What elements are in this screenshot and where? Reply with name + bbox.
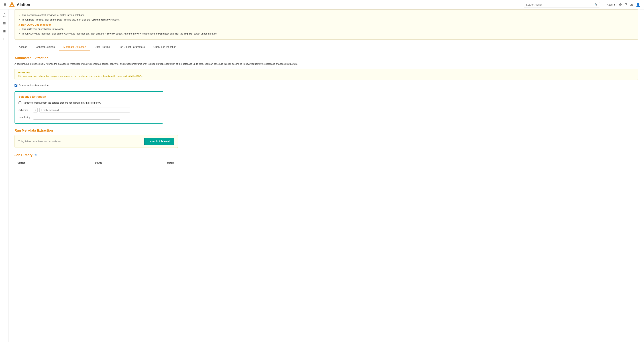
settings-icon[interactable]: ⚙: [619, 3, 622, 7]
step3-tail: button under the table.: [194, 32, 217, 35]
step3-desc: This pulls your query history into Alati…: [22, 27, 634, 31]
selective-extraction-box: Selective Extraction Remove schemas from…: [14, 91, 163, 124]
apps-label: Apps: [607, 3, 612, 6]
automated-extraction-description: A background job periodically fetches th…: [14, 62, 638, 66]
remove-schemas-label: Remove schemas from the catalog that are…: [23, 101, 101, 105]
excluding-row: ...excluding: [18, 115, 159, 120]
excluding-label: ...excluding: [18, 116, 31, 118]
tab-access[interactable]: Access: [14, 43, 32, 51]
logo-text: Alation: [17, 2, 30, 7]
top-navigation: ☰ Alation 🔍 ⋮ Apps ▼ ⚙ ? ✉ 👤: [0, 0, 644, 10]
job-history-label: Job History: [14, 153, 32, 157]
step3-prefix: To run Query Log Ingestion, click on the…: [22, 32, 105, 35]
schemas-label: Schemas: [18, 109, 31, 111]
col-started: Started: [14, 159, 92, 166]
step3-middle: button. After the preview is generated,: [116, 32, 156, 35]
info-box: This generates content previews for tabl…: [14, 10, 638, 40]
apps-chevron-icon: ▼: [613, 3, 616, 6]
hamburger-icon[interactable]: ☰: [4, 3, 6, 7]
job-history-thead: Started Status Detail: [14, 159, 232, 166]
run-box: This job has never been successfully run…: [14, 135, 178, 148]
step3-instruction: To run Query Log Ingestion, click on the…: [22, 32, 634, 36]
sidebar-icon-chat[interactable]: □: [1, 36, 8, 42]
content-area: Automated Extraction A background job pe…: [9, 51, 644, 171]
refresh-icon[interactable]: ↻: [34, 153, 37, 157]
launch-job-button[interactable]: Launch Job Now!: [144, 138, 174, 145]
info-bullet-2-end: button.: [112, 18, 120, 21]
sidebar-icon-table[interactable]: ▦: [1, 20, 8, 26]
info-bullet-2-btn: 'Launch Job Now!': [91, 18, 112, 21]
search-input[interactable]: [526, 3, 593, 6]
schemas-row: Schemas ▾: [18, 108, 159, 112]
left-sidebar: ◯ ▦ ▣ □: [0, 10, 9, 342]
search-bar[interactable]: 🔍: [524, 2, 600, 8]
job-history-table: Started Status Detail: [14, 159, 232, 166]
info-bullet-2: To run Data Profiling, click on the Data…: [22, 18, 634, 22]
tab-data-profiling[interactable]: Data Profiling: [90, 43, 114, 51]
disable-automatic-label: Disable automatic extraction.: [19, 83, 49, 87]
mail-icon[interactable]: ✉: [630, 3, 633, 7]
tabs-container: Access General Settings Metadata Extract…: [9, 43, 644, 51]
step3-scroll: scroll down: [156, 32, 169, 35]
schemas-input[interactable]: [40, 108, 130, 112]
excluding-input[interactable]: [33, 115, 120, 120]
job-history-title: Job History ↻: [14, 153, 638, 157]
remove-schemas-checkbox[interactable]: [18, 101, 22, 104]
tab-general-settings[interactable]: General Settings: [32, 43, 59, 51]
alation-logo-icon: [9, 2, 15, 8]
run-section-title: Run Metadata Extraction: [14, 129, 638, 132]
selective-extraction-title: Selective Extraction: [18, 95, 159, 98]
col-detail: Detail: [164, 159, 232, 166]
disable-automatic-checkbox[interactable]: [14, 84, 18, 87]
apps-menu[interactable]: ⋮ Apps ▼: [604, 3, 616, 6]
col-status: Status: [92, 159, 164, 166]
step3-preview-btn: 'Preview': [105, 32, 115, 35]
logo: Alation: [9, 2, 30, 8]
tab-per-object-parameters[interactable]: Per-Object Parameters: [114, 43, 149, 51]
topnav-right-controls: ⋮ Apps ▼ ⚙ ? ✉ 👤: [604, 3, 640, 7]
search-icon: 🔍: [594, 3, 598, 6]
tab-query-log-ingestion[interactable]: Query Log Ingestion: [149, 43, 180, 51]
info-bullet-2-prefix: To run Data Profiling, click on the Data…: [22, 18, 91, 21]
warning-text: This task may take substantial compute r…: [18, 75, 635, 77]
automated-extraction-title: Automated Extraction: [14, 56, 638, 60]
sidebar-icon-doc[interactable]: ▣: [1, 28, 8, 34]
main-content: This generates content previews for tabl…: [9, 10, 644, 342]
tab-metadata-extraction[interactable]: Metadata Extraction: [59, 43, 90, 51]
run-status-text: This job has never been successfully run…: [18, 140, 141, 143]
warning-box: WARNING: This task may take substantial …: [14, 69, 638, 80]
warning-title: WARNING:: [18, 71, 635, 74]
step3-link[interactable]: 3. Run Query Log Ingestion: [18, 23, 52, 26]
user-icon[interactable]: 👤: [636, 3, 640, 7]
step3-end: and click the: [170, 32, 184, 35]
schemas-dropdown-arrow: ▾: [35, 109, 36, 111]
schemas-dropdown[interactable]: ▾: [33, 108, 38, 112]
sidebar-icon-grid[interactable]: ◯: [1, 12, 8, 18]
help-icon[interactable]: ?: [625, 3, 627, 7]
disable-automatic-row: Disable automatic extraction.: [14, 83, 638, 87]
step3-import-btn: 'Import!': [184, 32, 193, 35]
info-bullet-1-text: This generates content previews for tabl…: [22, 14, 85, 16]
remove-schemas-row: Remove schemas from the catalog that are…: [18, 101, 159, 105]
apps-grid-icon: ⋮: [604, 3, 606, 6]
info-bullet-1: This generates content previews for tabl…: [22, 13, 634, 17]
